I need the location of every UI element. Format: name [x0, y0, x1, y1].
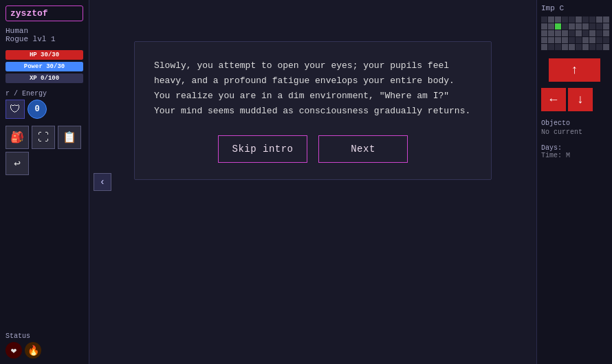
minimap-title: Imp C — [541, 4, 608, 12]
fire-status-icon: 🔥 — [25, 342, 41, 359]
xp-bar: XP 0/100 — [6, 73, 83, 83]
dialog-buttons: Skip intro Next — [154, 135, 472, 163]
minimap-cell — [569, 30, 575, 36]
minimap-cell — [576, 30, 582, 36]
minimap-cell — [541, 30, 547, 36]
status-section: Status ❤️ 🔥 — [6, 332, 83, 359]
minimap-cell — [576, 16, 582, 23]
minimap-cell — [541, 44, 547, 50]
minimap-cell — [589, 37, 595, 43]
direction-left-button[interactable]: ← — [541, 88, 566, 111]
power-bar: Power 30/30 — [6, 62, 83, 71]
minimap-cell — [589, 23, 595, 30]
time-section: Days: Time: M — [541, 144, 608, 159]
power-label: Power 30/30 — [6, 62, 83, 71]
minimap-cell — [589, 30, 595, 36]
center-panel: ‹ Slowly, you attempt to open your eyes;… — [89, 0, 536, 364]
direction-down-button[interactable]: ↓ — [568, 88, 593, 111]
armor-energy-label: r / Energy — [6, 90, 83, 98]
dir-lr-row: ← ↓ — [541, 88, 608, 111]
minimap-cell — [596, 30, 602, 36]
energy-badge: 0 — [28, 100, 47, 119]
dir-up-row: ↑ — [541, 58, 608, 82]
minimap-cell — [576, 37, 582, 43]
minimap-cell — [596, 16, 602, 23]
skip-intro-button[interactable]: Skip intro — [218, 135, 307, 163]
minimap-cell — [596, 44, 602, 50]
stat-bars: HP 30/30 Power 30/30 XP 0/100 — [6, 50, 83, 83]
power-bar-row: Power 30/30 — [6, 62, 83, 71]
minimap-cell — [562, 44, 568, 50]
right-panel: Imp C ↑ ← ↓ Objecto No current Days: Tim… — [536, 0, 612, 364]
minimap-cell — [603, 44, 609, 50]
minimap-cell — [541, 37, 547, 43]
hp-label: HP 30/30 — [6, 50, 83, 60]
minimap-cell — [582, 16, 589, 23]
minimap-cell — [582, 23, 589, 30]
direction-up-button[interactable]: ↑ — [549, 58, 600, 82]
minimap-cell — [555, 23, 561, 30]
minimap-cell — [555, 44, 561, 50]
minimap-cell — [548, 16, 554, 23]
minimap-cell — [603, 30, 609, 36]
minimap-cell — [576, 23, 582, 30]
minimap-cell — [555, 16, 561, 23]
next-button[interactable]: Next — [318, 135, 408, 163]
minimap-cell — [589, 16, 595, 23]
minimap-cell — [562, 23, 568, 30]
armor-energy-row: 🛡 0 — [6, 100, 83, 119]
action-icons: 🎒 ⛶ 📋 ↩ — [6, 126, 83, 175]
minimap-cell — [548, 44, 554, 50]
status-icons-row: ❤️ 🔥 — [6, 342, 83, 359]
minimap-cell — [541, 16, 547, 23]
objective-label: Objecto — [541, 120, 608, 127]
days-label: Days: — [541, 144, 608, 152]
heart-status-icon: ❤️ — [6, 342, 22, 359]
hp-bar: HP 30/30 — [6, 50, 83, 60]
dialog-text: Slowly, you attempt to open your eyes; y… — [154, 58, 472, 119]
minimap-cell — [603, 37, 609, 43]
minimap-cell — [569, 16, 575, 23]
xp-bar-row: XP 0/100 — [6, 73, 83, 83]
minimap-grid — [541, 16, 608, 50]
minimap-cell — [548, 23, 554, 30]
minimap-cell — [562, 30, 568, 36]
dialog-box: Slowly, you attempt to open your eyes; y… — [134, 41, 492, 180]
bag-icon[interactable]: 🎒 — [6, 126, 29, 149]
minimap-cell — [555, 37, 561, 43]
minimap-cell — [569, 23, 575, 30]
return-icon[interactable]: ↩ — [6, 152, 29, 175]
nav-left-arrow[interactable]: ‹ — [94, 173, 111, 191]
minimap-cell — [596, 23, 602, 30]
minimap-cell — [603, 23, 609, 30]
quest-icon[interactable]: 📋 — [58, 126, 81, 149]
character-class: Human Rogue lvl 1 — [6, 27, 83, 43]
minimap-cell — [582, 30, 589, 36]
minimap-cell — [596, 37, 602, 43]
status-label: Status — [6, 332, 83, 340]
minimap-cell — [541, 23, 547, 30]
minimap-cell — [569, 37, 575, 43]
minimap-cell — [576, 44, 582, 50]
minimap-cell — [569, 44, 575, 50]
minimap-cell — [603, 16, 609, 23]
left-panel: zysztof Human Rogue lvl 1 HP 30/30 Power… — [0, 0, 89, 364]
minimap-cell — [548, 30, 554, 36]
minimap-cell — [555, 30, 561, 36]
character-name: zysztof — [6, 5, 83, 21]
minimap-cell — [548, 37, 554, 43]
time-value: Time: M — [541, 152, 608, 159]
armor-energy-section: r / Energy 🛡 0 — [6, 90, 83, 119]
minimap-cell — [562, 37, 568, 43]
minimap-cell — [562, 16, 568, 23]
fullscreen-icon[interactable]: ⛶ — [32, 126, 55, 149]
hp-bar-row: HP 30/30 — [6, 50, 83, 60]
armor-icon: 🛡 — [6, 100, 25, 119]
minimap-cell — [589, 44, 595, 50]
objective-text: No current — [541, 128, 608, 136]
xp-label: XP 0/100 — [6, 73, 83, 83]
minimap-cell — [582, 37, 589, 43]
minimap-cell — [582, 44, 589, 50]
objective-section: Objecto No current — [541, 120, 608, 136]
